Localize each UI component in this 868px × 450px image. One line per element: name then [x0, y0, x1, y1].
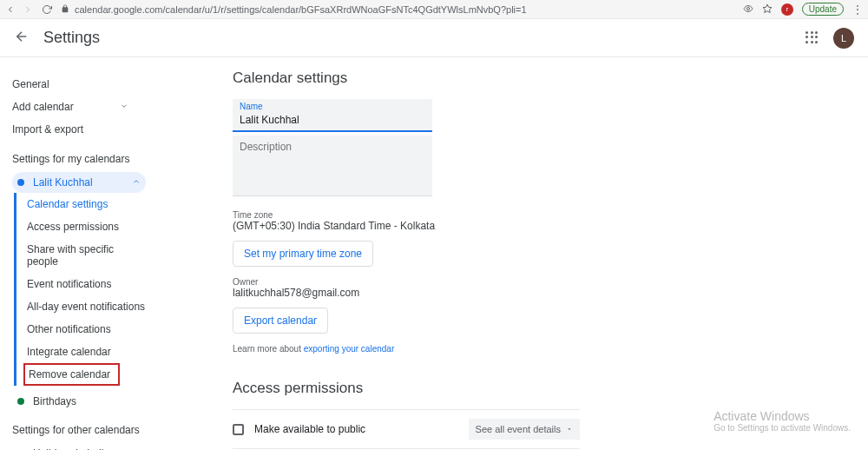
apps-grid-icon[interactable]	[806, 31, 819, 45]
eye-icon[interactable]	[743, 3, 753, 16]
update-button[interactable]: Update	[802, 3, 844, 16]
sidebar-item-label: Birthdays	[33, 395, 76, 407]
sidebar-item-general[interactable]: General	[12, 73, 146, 96]
section-title-access-permissions: Access permissions	[233, 380, 868, 397]
forward-icon	[23, 4, 33, 15]
visibility-select[interactable]: See all event details	[469, 419, 580, 440]
sub-event-notifications[interactable]: Event notifications	[27, 273, 146, 295]
owner-value: lalitkuchhal578@gmail.com	[233, 287, 868, 299]
account-avatar[interactable]: L	[833, 28, 854, 49]
svg-point-0	[746, 7, 749, 10]
chevron-up-icon	[132, 176, 141, 189]
svg-marker-3	[568, 428, 570, 430]
sub-other-notifications[interactable]: Other notifications	[27, 318, 146, 341]
description-input[interactable]	[240, 141, 425, 190]
section-title-calendar-settings: Calendar settings	[233, 69, 868, 87]
browser-chrome: calendar.google.com/calendar/u/1/r/setti…	[0, 0, 868, 19]
sidebar-sublist: Calendar settings Access permissions Sha…	[14, 193, 146, 386]
chevron-down-icon	[120, 101, 128, 113]
sidebar-calendar-lalit[interactable]: Lalit Kuchhal	[12, 172, 146, 193]
page-title: Settings	[43, 29, 100, 47]
menu-icon[interactable]: ⋮	[852, 3, 863, 16]
export-calendar-button[interactable]: Export calendar	[233, 308, 328, 334]
sub-calendar-settings[interactable]: Calendar settings	[27, 193, 146, 215]
learn-export-link[interactable]: exporting your calendar	[304, 344, 395, 354]
owner-label: Owner	[233, 277, 868, 287]
make-public-checkbox[interactable]	[233, 424, 244, 435]
svg-marker-1	[763, 4, 772, 13]
timezone-label: Time zone	[233, 210, 868, 220]
calendar-color-dot	[17, 179, 24, 186]
sidebar: General Add calendar Import & export Set…	[0, 57, 146, 450]
windows-watermark: Activate Windows Go to Settings to activ…	[713, 409, 851, 433]
sidebar-item-label: Lalit Kuchhal	[33, 176, 93, 189]
learn-export: Learn more about exporting your calendar	[233, 344, 868, 354]
sidebar-calendar-birthdays[interactable]: Birthdays	[12, 391, 146, 412]
main-content: Calendar settings Name Time zone (GMT+05…	[146, 57, 868, 450]
sub-share[interactable]: Share with specific people	[27, 238, 146, 273]
sidebar-heading-other: Settings for other calendars	[12, 424, 146, 436]
chevron-down-icon	[566, 424, 573, 434]
back-arrow-icon[interactable]	[14, 29, 30, 48]
sidebar-calendar-holidays[interactable]: Holidays in India	[12, 443, 146, 450]
public-access-row: Make available to public See all event d…	[233, 409, 580, 449]
description-field[interactable]	[233, 136, 432, 196]
make-public-label: Make available to public	[254, 423, 365, 435]
star-icon[interactable]	[762, 3, 773, 16]
sidebar-item-label: Add calendar	[12, 101, 74, 113]
sub-integrate-calendar[interactable]: Integrate calendar	[27, 341, 146, 363]
address-bar[interactable]: calendar.google.com/calendar/u/1/r/setti…	[75, 4, 736, 15]
sub-remove-calendar[interactable]: Remove calendar	[23, 363, 120, 386]
timezone-value: (GMT+05:30) India Standard Time - Kolkat…	[233, 220, 868, 232]
name-field[interactable]: Name	[233, 99, 432, 132]
back-icon[interactable]	[5, 4, 16, 15]
sidebar-item-import-export[interactable]: Import & export	[12, 118, 146, 141]
name-input[interactable]	[240, 114, 425, 126]
name-label: Name	[240, 102, 425, 111]
sidebar-heading-my: Settings for my calendars	[12, 153, 146, 165]
app-header: Settings L	[0, 19, 868, 57]
sub-access-permissions[interactable]: Access permissions	[27, 215, 146, 238]
set-primary-timezone-button[interactable]: Set my primary time zone	[233, 241, 373, 267]
reload-icon[interactable]	[42, 4, 52, 15]
calendar-color-dot	[17, 398, 24, 405]
lock-icon	[61, 4, 69, 15]
sub-allday-notifications[interactable]: All-day event notifications	[27, 295, 146, 318]
profile-avatar-small[interactable]: r	[781, 3, 793, 16]
sidebar-item-add-calendar[interactable]: Add calendar	[12, 96, 146, 118]
